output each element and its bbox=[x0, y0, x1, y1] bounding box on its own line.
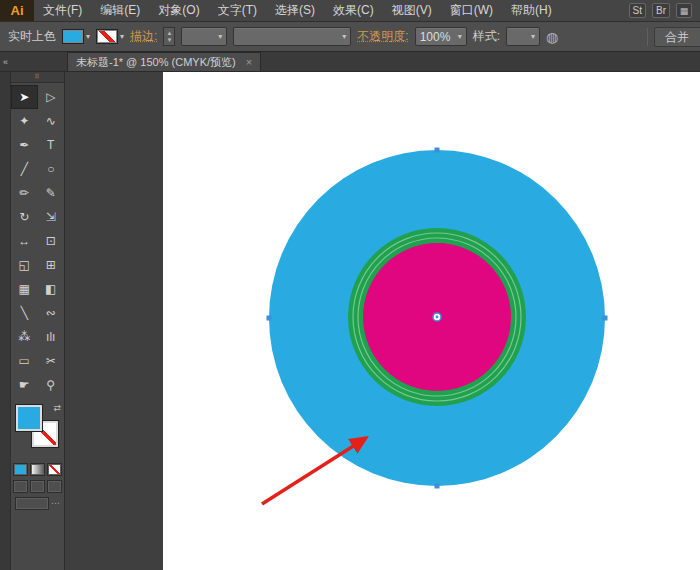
menu-item[interactable]: 帮助(H) bbox=[502, 0, 561, 21]
illustrator-window: Ai 文件(F)编辑(E)对象(O)文字(T)选择(S)效果(C)视图(V)窗口… bbox=[0, 0, 700, 570]
document-tab[interactable]: 未标题-1* @ 150% (CMYK/预览) × bbox=[67, 52, 261, 71]
panel-badge-br[interactable]: Br bbox=[652, 3, 670, 18]
tools-grid: ➤▷✦∿✒T╱○✏✎↻⇲↔⊡◱⊞▦◧╲∾⁂ılı▭✂☛⚲ bbox=[11, 83, 64, 397]
close-tab-icon[interactable]: × bbox=[246, 56, 252, 68]
draw-mode-row bbox=[11, 480, 64, 493]
opacity-value: 100% bbox=[420, 30, 451, 44]
opacity-select[interactable]: 100% ▾ bbox=[415, 27, 467, 46]
draw-normal-button[interactable] bbox=[13, 480, 28, 493]
opacity-label[interactable]: 不透明度: bbox=[357, 28, 408, 45]
hand-tool[interactable]: ☛ bbox=[11, 373, 38, 397]
ellipse-tool[interactable]: ○ bbox=[38, 157, 65, 181]
gradient-button[interactable] bbox=[30, 463, 45, 476]
fill-color-swatch[interactable] bbox=[62, 29, 84, 44]
lasso-tool[interactable]: ∿ bbox=[38, 109, 65, 133]
mesh-tool[interactable]: ▦ bbox=[11, 277, 38, 301]
zoom-tool[interactable]: ⚲ bbox=[38, 373, 65, 397]
menu-item[interactable]: 选择(S) bbox=[266, 0, 324, 21]
tab-bar: « 未标题-1* @ 150% (CMYK/预览) × bbox=[0, 52, 700, 72]
magic-wand-tool[interactable]: ✦ bbox=[11, 109, 38, 133]
anchor-point[interactable] bbox=[603, 316, 608, 321]
color-button[interactable] bbox=[13, 463, 28, 476]
menu-bar: Ai 文件(F)编辑(E)对象(O)文字(T)选择(S)效果(C)视图(V)窗口… bbox=[0, 0, 700, 22]
menu-item[interactable]: 视图(V) bbox=[383, 0, 441, 21]
menu-item[interactable]: 文字(T) bbox=[209, 0, 266, 21]
menu-item[interactable]: 效果(C) bbox=[324, 0, 383, 21]
width-tool[interactable]: ↔ bbox=[11, 229, 38, 253]
screen-mode-button[interactable] bbox=[15, 497, 49, 510]
draw-inside-button[interactable] bbox=[47, 480, 62, 493]
mode-label: 实时上色 bbox=[8, 28, 56, 45]
chevron-down-icon: ▾ bbox=[218, 32, 222, 41]
app-logo: Ai bbox=[0, 0, 34, 21]
screen-mode-row: ⋯ bbox=[11, 497, 64, 510]
collapse-panels-icon[interactable]: « bbox=[0, 57, 11, 67]
annotation-arrow bbox=[262, 438, 366, 504]
workspace-switcher-icon[interactable]: ▦ bbox=[676, 3, 692, 18]
divider bbox=[647, 28, 648, 46]
stroke-width-stepper[interactable]: ▲ ▼ bbox=[163, 27, 175, 46]
none-button[interactable] bbox=[47, 463, 62, 476]
anchor-point[interactable] bbox=[267, 316, 272, 321]
tools-panel: ⠿ ➤▷✦∿✒T╱○✏✎↻⇲↔⊡◱⊞▦◧╲∾⁂ılı▭✂☛⚲ ⇄ ⋯ bbox=[11, 72, 65, 570]
symbol-sprayer-tool[interactable]: ⁂ bbox=[11, 325, 38, 349]
direct-selection-tool[interactable]: ▷ bbox=[38, 85, 65, 109]
merge-button[interactable]: 合并 bbox=[654, 27, 700, 47]
color-mode-row bbox=[11, 463, 64, 476]
chevron-down-icon: ▾ bbox=[86, 32, 90, 41]
swap-fill-stroke-icon[interactable]: ⇄ bbox=[53, 403, 61, 413]
gradient-tool[interactable]: ◧ bbox=[38, 277, 65, 301]
anchor-point[interactable] bbox=[435, 148, 440, 153]
paintbrush-tool[interactable]: ✏ bbox=[11, 181, 38, 205]
menu-list: 文件(F)编辑(E)对象(O)文字(T)选择(S)效果(C)视图(V)窗口(W)… bbox=[34, 0, 561, 21]
fill-color-control[interactable]: ▾ bbox=[62, 29, 90, 44]
document-title: 未标题-1* @ 150% (CMYK/预览) bbox=[76, 55, 236, 70]
chevron-down-icon: ▾ bbox=[531, 32, 535, 41]
rotate-tool[interactable]: ↻ bbox=[11, 205, 38, 229]
menu-item[interactable]: 对象(O) bbox=[149, 0, 208, 21]
blend-tool[interactable]: ∾ bbox=[38, 301, 65, 325]
chevron-down-icon: ▾ bbox=[342, 32, 346, 41]
line-tool[interactable]: ╱ bbox=[11, 157, 38, 181]
style-label: 样式: bbox=[473, 28, 500, 45]
fill-swatch[interactable] bbox=[16, 405, 42, 431]
perspective-grid-tool[interactable]: ⊞ bbox=[38, 253, 65, 277]
column-graph-tool[interactable]: ılı bbox=[38, 325, 65, 349]
panel-badge-st[interactable]: St bbox=[629, 3, 646, 18]
eyedropper-tool[interactable]: ╲ bbox=[11, 301, 38, 325]
stepper-down-icon[interactable]: ▼ bbox=[166, 37, 172, 43]
stroke-width-select[interactable]: ▾ bbox=[181, 27, 227, 46]
style-select[interactable]: ▾ bbox=[506, 27, 540, 46]
menu-item[interactable]: 文件(F) bbox=[34, 0, 91, 21]
artboard-canvas[interactable] bbox=[163, 72, 700, 570]
scale-tool[interactable]: ⇲ bbox=[38, 205, 65, 229]
center-dot bbox=[436, 316, 439, 319]
stroke-label[interactable]: 描边: bbox=[130, 28, 157, 45]
selection-tool[interactable]: ➤ bbox=[11, 85, 38, 109]
panel-dock-strip bbox=[0, 72, 11, 570]
chevron-down-icon: ▾ bbox=[120, 32, 124, 41]
menu-item[interactable]: 编辑(E) bbox=[91, 0, 149, 21]
pencil-tool[interactable]: ✎ bbox=[38, 181, 65, 205]
type-tool[interactable]: T bbox=[38, 133, 65, 157]
artboard-tool[interactable]: ▭ bbox=[11, 349, 38, 373]
menu-item[interactable]: 窗口(W) bbox=[441, 0, 502, 21]
anchor-point[interactable] bbox=[435, 484, 440, 489]
brush-definition-select[interactable]: ▾ bbox=[233, 27, 351, 46]
free-transform-tool[interactable]: ⊡ bbox=[38, 229, 65, 253]
panel-badges: StBr ▦ bbox=[629, 0, 700, 21]
shape-builder-tool[interactable]: ◱ bbox=[11, 253, 38, 277]
slice-tool[interactable]: ✂ bbox=[38, 349, 65, 373]
recolor-artwork-icon[interactable]: ◍ bbox=[546, 30, 558, 44]
stroke-color-swatch[interactable] bbox=[96, 29, 118, 44]
pen-tool[interactable]: ✒ bbox=[11, 133, 38, 157]
chevron-down-icon: ▾ bbox=[458, 32, 462, 41]
more-options-icon[interactable]: ⋯ bbox=[51, 497, 60, 510]
stroke-color-control[interactable]: ▾ bbox=[96, 29, 124, 44]
tools-panel-grip[interactable]: ⠿ bbox=[11, 72, 64, 83]
fill-stroke-control: ⇄ bbox=[11, 403, 64, 459]
control-bar: 实时上色 ▾ ▾ 描边: ▲ ▼ ▾ ▾ 不透明度: 100% ▾ 样式: ▾ … bbox=[0, 22, 700, 52]
artwork-svg bbox=[163, 72, 700, 570]
stepper-up-icon[interactable]: ▲ bbox=[166, 30, 172, 36]
draw-behind-button[interactable] bbox=[30, 480, 45, 493]
